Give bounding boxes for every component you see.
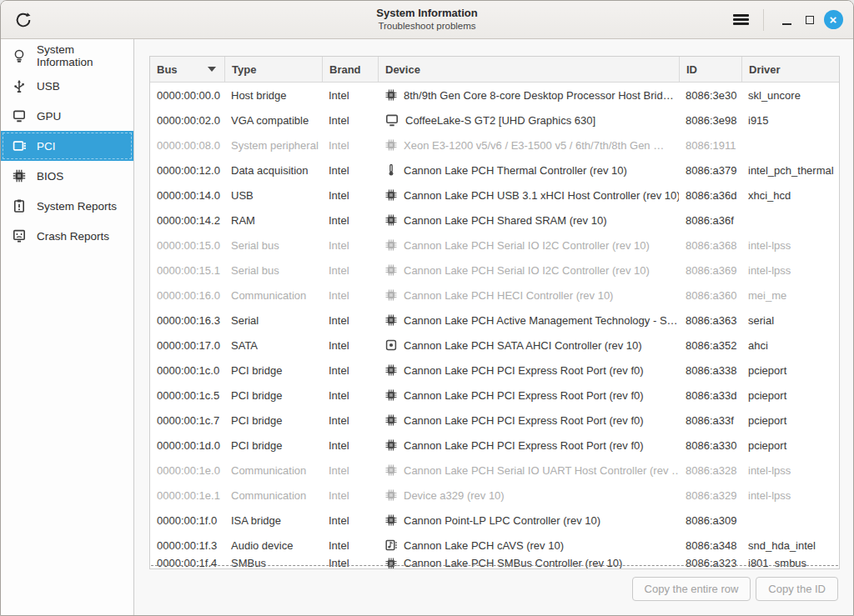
table-row[interactable]: 0000:00:1f.0 ISA bridge Intel Cannon Poi… xyxy=(150,508,839,533)
table-row[interactable]: 0000:00:15.1 Serial bus Intel Cannon Lak… xyxy=(150,258,839,283)
sidebar-item-gpu[interactable]: GPU xyxy=(1,101,133,131)
titlebar-controls: × xyxy=(733,9,853,31)
cell-id: 8086:a360 xyxy=(679,289,741,302)
sidebar-item-label: System Information xyxy=(37,43,133,68)
column-header-driver[interactable]: Driver xyxy=(741,57,839,82)
cell-bus: 0000:00:14.2 xyxy=(150,214,224,227)
cell-driver: intel-lpss xyxy=(741,239,839,252)
sidebar-item-system-reports[interactable]: System Reports xyxy=(1,191,133,221)
device-name: Cannon Point-LP LPC Controller (rev 10) xyxy=(404,514,600,527)
cell-id: 8086:a36d xyxy=(679,189,741,202)
refresh-button[interactable] xyxy=(12,8,35,32)
device-name: Cannon Lake PCH cAVS (rev 10) xyxy=(404,539,564,552)
cell-brand: Intel xyxy=(322,489,378,502)
table-row[interactable]: 0000:00:14.2 RAM Intel Cannon Lake PCH S… xyxy=(150,208,839,233)
column-header-id[interactable]: ID xyxy=(679,57,741,82)
chip-icon xyxy=(384,288,398,302)
cell-id: 8086:1911 xyxy=(679,139,741,152)
table-row[interactable]: 0000:00:1f.3 Audio device Intel Cannon L… xyxy=(150,533,839,558)
table-row[interactable]: 0000:00:15.0 Serial bus Intel Cannon Lak… xyxy=(150,233,839,258)
close-button[interactable]: × xyxy=(822,9,844,31)
table-row[interactable]: 0000:00:12.0 Data acquisition Intel Cann… xyxy=(150,158,839,183)
table-row[interactable]: 0000:00:1c.5 PCI bridge Intel Cannon Lak… xyxy=(150,383,839,408)
chip-icon xyxy=(384,388,398,402)
app-body: System Information USB GPU PCI BIOS Syst… xyxy=(1,39,853,615)
table-row[interactable]: 0000:00:08.0 System peripheral Intel Xeo… xyxy=(150,133,839,158)
copy-entire-row-button[interactable]: Copy the entire row xyxy=(632,577,751,601)
sidebar: System Information USB GPU PCI BIOS Syst… xyxy=(1,39,134,615)
table-row[interactable]: 0000:00:17.0 SATA Intel Cannon Lake PCH … xyxy=(150,333,839,358)
cell-type: VGA compatible xyxy=(224,114,322,127)
column-header-type[interactable]: Type xyxy=(224,57,322,82)
cell-device: Cannon Lake PCH Serial IO I2C Controller… xyxy=(378,238,679,252)
cell-id: 8086:a352 xyxy=(679,339,741,352)
table-body: 0000:00:00.0 Host bridge Intel 8th/9th G… xyxy=(150,83,839,568)
cell-id: 8086:a379 xyxy=(679,164,741,177)
cell-brand: Intel xyxy=(322,314,378,327)
cell-type: Serial bus xyxy=(224,264,322,277)
cell-brand: Intel xyxy=(322,389,378,402)
cell-type: PCI bridge xyxy=(224,389,322,402)
cell-type: PCI bridge xyxy=(224,364,322,377)
cell-id: 8086:a329 xyxy=(679,489,741,502)
cell-brand: Intel xyxy=(322,189,378,202)
cell-brand: Intel xyxy=(322,514,378,527)
chip-icon xyxy=(384,88,398,102)
table-row[interactable]: 0000:00:1e.0 Communication Intel Cannon … xyxy=(150,458,839,483)
cell-driver: serial xyxy=(741,314,839,327)
table-row[interactable]: 0000:00:1d.0 PCI bridge Intel Cannon Lak… xyxy=(150,433,839,458)
cell-driver: mei_me xyxy=(741,289,839,302)
cell-id: 8086:a36f xyxy=(679,214,741,227)
copy-id-button[interactable]: Copy the ID xyxy=(756,577,838,601)
cell-driver: intel_pch_thermal xyxy=(741,164,839,177)
table-row[interactable]: 0000:00:1f.4 SMBus Intel Cannon Lake PCH… xyxy=(150,558,839,568)
cell-id: 8086:3e98 xyxy=(679,114,741,127)
main-content: Bus Type Brand Device ID Driver 0000:00:… xyxy=(134,39,853,615)
table-row[interactable]: 0000:00:1e.1 Communication Intel Device … xyxy=(150,483,839,508)
cell-type: Communication xyxy=(224,464,322,477)
table-row[interactable]: 0000:00:14.0 USB Intel Cannon Lake PCH U… xyxy=(150,183,839,208)
cell-brand: Intel xyxy=(322,539,378,552)
maximize-button[interactable] xyxy=(799,9,821,31)
device-name: Cannon Lake PCH USB 3.1 xHCI Host Contro… xyxy=(404,189,679,202)
device-name: Cannon Lake PCH Active Management Techno… xyxy=(404,314,678,327)
device-name: Device a329 (rev 10) xyxy=(404,489,505,502)
cell-device: Cannon Lake PCH Thermal Controller (rev … xyxy=(378,163,679,177)
cell-driver: ahci xyxy=(741,339,839,352)
cell-bus: 0000:00:1f.0 xyxy=(150,514,224,527)
sidebar-item-pci[interactable]: PCI xyxy=(1,131,133,161)
cell-brand: Intel xyxy=(322,558,378,568)
minimize-button[interactable] xyxy=(776,9,797,31)
usb-icon xyxy=(11,78,28,93)
titlebar-separator xyxy=(763,9,764,31)
device-name: Cannon Lake PCH Thermal Controller (rev … xyxy=(404,164,627,177)
table-row[interactable]: 0000:00:16.0 Communication Intel Cannon … xyxy=(150,283,839,308)
column-header-brand[interactable]: Brand xyxy=(322,57,378,82)
table-row[interactable]: 0000:00:16.3 Serial Intel Cannon Lake PC… xyxy=(150,308,839,333)
device-name: Cannon Lake PCH SMBus Controller (rev 10… xyxy=(404,558,622,568)
close-icon: × xyxy=(824,10,843,29)
chip-icon xyxy=(384,488,398,502)
cell-device: Cannon Lake PCH Active Management Techno… xyxy=(378,313,679,327)
menu-button[interactable] xyxy=(733,14,749,25)
disk-icon xyxy=(384,338,398,352)
table-row[interactable]: 0000:00:02.0 VGA compatible Intel Coffee… xyxy=(150,108,839,133)
cell-bus: 0000:00:17.0 xyxy=(150,339,224,352)
sidebar-item-crash-reports[interactable]: Crash Reports xyxy=(1,221,133,251)
pci-card-icon xyxy=(11,138,28,153)
table-row[interactable]: 0000:00:1c.7 PCI bridge Intel Cannon Lak… xyxy=(150,408,839,433)
table-row[interactable]: 0000:00:00.0 Host bridge Intel 8th/9th G… xyxy=(150,83,839,108)
cell-type: Communication xyxy=(224,289,322,302)
sidebar-item-usb[interactable]: USB xyxy=(1,71,133,101)
column-header-device[interactable]: Device xyxy=(378,57,679,82)
sidebar-item-system-information[interactable]: System Information xyxy=(1,41,133,71)
sidebar-item-bios[interactable]: BIOS xyxy=(1,161,133,191)
thermometer-icon xyxy=(384,163,398,177)
pci-device-table: Bus Type Brand Device ID Driver 0000:00:… xyxy=(149,56,840,569)
device-name: Cannon Lake PCH HECI Controller (rev 10) xyxy=(404,289,613,302)
cell-type: PCI bridge xyxy=(224,414,322,427)
cell-id: 8086:a338 xyxy=(679,364,741,377)
table-row[interactable]: 0000:00:1c.0 PCI bridge Intel Cannon Lak… xyxy=(150,358,839,383)
column-header-bus[interactable]: Bus xyxy=(150,57,224,82)
cell-bus: 0000:00:1d.0 xyxy=(150,439,224,452)
